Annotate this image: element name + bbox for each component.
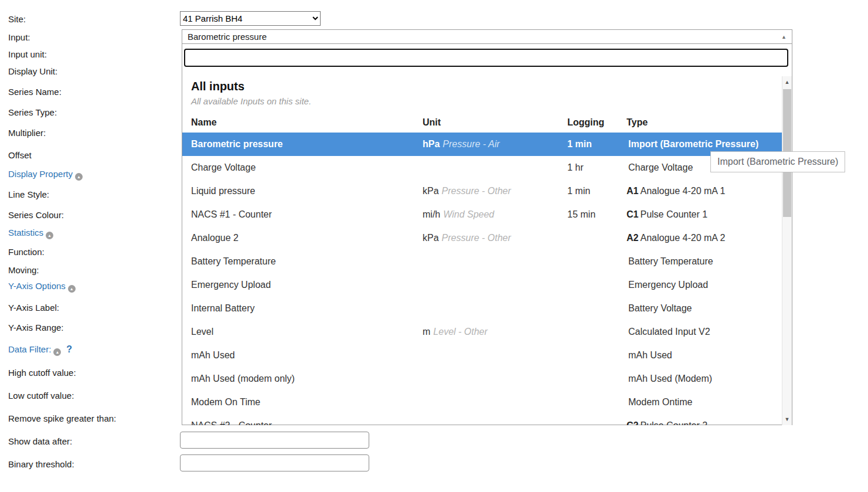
input-name: Liquid pressure (191, 179, 255, 203)
dropdown-subtitle: All available Inputs on this site. (191, 96, 311, 106)
site-select[interactable]: 41 Parrish BH4 (180, 11, 321, 26)
label-show-data-after: Show data after: (8, 436, 72, 447)
input-row[interactable]: Internal Battery Battery Voltage (182, 297, 782, 320)
input-type: mAh Used (Modem) (627, 367, 712, 391)
label-multiplier: Multiplier: (8, 127, 46, 139)
label-offset: Offset (8, 150, 32, 161)
label-line-style: Line Style: (8, 189, 49, 201)
label-input: Input: (8, 32, 30, 43)
input-row[interactable]: Analogue 2 kPaPressure - Other A2Analogu… (182, 226, 782, 250)
input-type: A1Analogue 4-20 mA 1 (627, 179, 725, 203)
scroll-down-icon[interactable]: ▼ (782, 413, 792, 425)
type-tooltip: Import (Barometric Pressure) (710, 151, 845, 172)
input-type: Emergency Upload (627, 273, 708, 297)
chevron-up-icon[interactable]: ▲ (781, 34, 787, 40)
input-name: mAh Used (191, 344, 235, 367)
input-row[interactable]: Modem On Time Modem Ontime (182, 391, 782, 414)
label-remove-spike: Remove spike greater than: (8, 413, 116, 425)
section-toggle-icon[interactable]: ▲ (53, 348, 61, 356)
input-unit (423, 367, 426, 391)
label-series-type: Series Type: (8, 107, 57, 118)
y-axis-options-link[interactable]: Y-Axis Options▲ (8, 280, 76, 293)
input-unit (423, 344, 426, 367)
input-name: Internal Battery (191, 297, 255, 320)
label-function: Function: (8, 246, 45, 258)
help-icon[interactable]: ? (66, 344, 72, 354)
input-logging: 1 min (567, 179, 590, 203)
data-filter-link[interactable]: Data Filter:▲? (8, 344, 72, 356)
label-input-unit: Input unit: (8, 49, 47, 60)
input-unit: kPaPressure - Other (423, 179, 511, 203)
input-unit (423, 250, 426, 273)
input-row[interactable]: mAh Used mAh Used (182, 344, 782, 367)
label-series-name: Series Name: (8, 86, 62, 98)
column-header-type: Type (627, 114, 648, 131)
label-y-axis-range: Y-Axis Range: (8, 322, 64, 334)
input-row[interactable]: Battery Temperature Battery Temperature (182, 250, 782, 273)
label-moving: Moving: (8, 264, 39, 276)
input-type: Battery Temperature (627, 250, 713, 273)
input-row[interactable]: Liquid pressure kPaPressure - Other 1 mi… (182, 179, 782, 203)
input-name: Emergency Upload (191, 273, 271, 297)
input-row[interactable]: NACS #1 - Counter mi/hWind Speed 15 min … (182, 203, 782, 226)
table-header-row: Name Unit Logging Type (182, 114, 782, 131)
show-data-after-input[interactable] (180, 432, 369, 449)
input-type: Battery Voltage (627, 297, 692, 320)
input-unit (423, 156, 426, 179)
label-low-cutoff: Low cutoff value: (8, 390, 74, 402)
input-type: Modem Ontime (627, 391, 692, 414)
label-series-colour: Series Colour: (8, 209, 64, 221)
input-type: A2Analogue 4-20 mA 2 (627, 226, 725, 250)
input-unit: mLevel - Other (423, 320, 488, 344)
section-toggle-icon[interactable]: ▲ (68, 285, 76, 293)
statistics-link[interactable]: Statistics▲ (8, 227, 53, 239)
input-row[interactable]: Charge Voltage 1 hr Charge Voltage (182, 156, 782, 179)
label-y-axis-label: Y-Axis Label: (8, 302, 59, 314)
label-display-unit: Display Unit: (8, 66, 57, 77)
label-binary-threshold: Binary threshold: (8, 459, 74, 470)
display-property-label: Display Property (8, 169, 73, 179)
input-type: mAh Used (627, 344, 672, 367)
inputs-dropdown-panel: All inputs All available Inputs on this … (182, 44, 792, 425)
input-unit: kPaPressure - Other (423, 226, 511, 250)
input-row[interactable]: Level mLevel - Other Calculated Input V2 (182, 320, 782, 344)
statistics-label: Statistics (8, 228, 43, 237)
input-name: NACS #1 - Counter (191, 203, 272, 226)
label-high-cutoff: High cutoff value: (8, 367, 76, 379)
input-name: Barometric pressure (191, 133, 283, 156)
input-unit: hPaPressure - Air (423, 133, 500, 156)
display-property-link[interactable]: Display Property▲ (8, 168, 83, 181)
input-unit (423, 391, 426, 414)
data-filter-label: Data Filter: (8, 344, 51, 354)
input-name: Analogue 2 (191, 226, 239, 250)
input-name: mAh Used (modem only) (191, 367, 295, 391)
input-name: Battery Temperature (191, 250, 276, 273)
input-unit (423, 297, 426, 320)
input-rows: Barometric pressure hPaPressure - Air 1 … (182, 133, 782, 425)
input-type: C1Pulse Counter 1 (627, 203, 707, 226)
input-row[interactable]: NACS #2 - Counter C2Pulse Counter 2 (182, 414, 782, 425)
input-name: Modem On Time (191, 391, 260, 414)
input-row[interactable]: Emergency Upload Emergency Upload (182, 273, 782, 297)
input-search-field[interactable] (184, 49, 788, 67)
section-toggle-icon[interactable]: ▲ (75, 173, 83, 181)
y-axis-options-label: Y-Axis Options (8, 281, 66, 291)
column-header-name: Name (191, 114, 217, 131)
column-header-unit: Unit (423, 114, 441, 131)
scroll-up-icon[interactable]: ▲ (782, 76, 792, 88)
input-combobox-value: Barometric pressure (188, 32, 267, 42)
input-unit: mi/hWind Speed (423, 203, 494, 226)
input-row-selected[interactable]: Barometric pressure hPaPressure - Air 1 … (182, 133, 782, 156)
input-name: Charge Voltage (191, 156, 256, 179)
input-logging: 1 min (567, 133, 592, 156)
input-type: C2Pulse Counter 2 (627, 414, 707, 425)
input-unit (423, 273, 426, 297)
inputs-results-list: All inputs All available Inputs on this … (182, 76, 782, 425)
dropdown-scrollbar[interactable]: ▲ ▼ (782, 76, 792, 425)
section-toggle-icon[interactable]: ▲ (46, 232, 53, 239)
input-type: Calculated Input V2 (627, 320, 710, 344)
binary-threshold-input[interactable] (180, 454, 369, 471)
input-row[interactable]: mAh Used (modem only) mAh Used (Modem) (182, 367, 782, 391)
dropdown-title: All inputs (191, 80, 244, 93)
input-combobox[interactable]: Barometric pressure ▲ (182, 29, 792, 44)
